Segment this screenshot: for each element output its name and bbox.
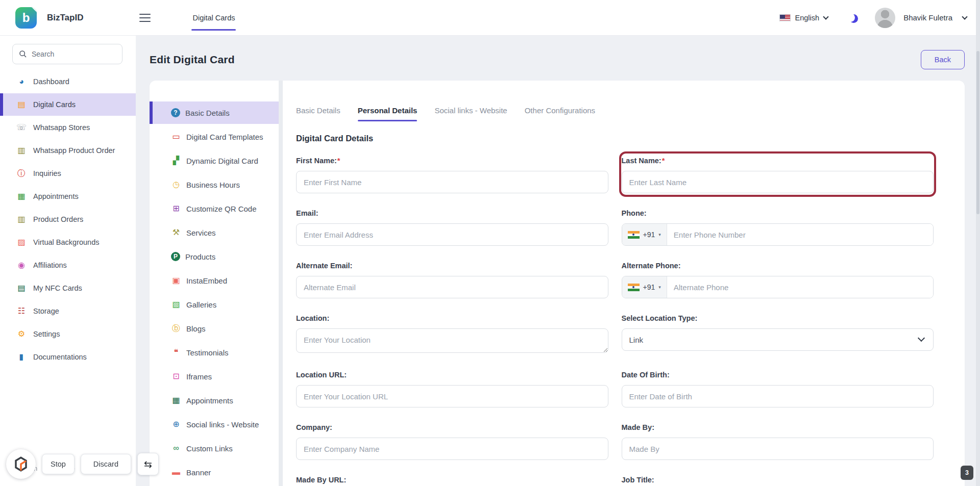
page-scrollbar-thumb[interactable] (976, 51, 979, 214)
company-input[interactable] (296, 438, 608, 460)
sidebar-item-product-orders[interactable]: ▥Product Orders (0, 208, 136, 231)
sidebar-item-appointments[interactable]: ▦Appointments (0, 185, 136, 208)
sidebar-item-whatsapp-product-order[interactable]: ▥Whatsapp Product Order (0, 139, 136, 162)
sidebar-item-documentations[interactable]: ▮Documentations (0, 346, 136, 368)
card-nav-item-label: Testimonials (186, 348, 229, 357)
field-made-by-url: Made By URL: (296, 476, 608, 486)
india-flag-icon (628, 231, 640, 239)
card-nav-item-customize-qr-code[interactable]: ⊞Customize QR Code (150, 197, 279, 220)
avatar[interactable] (875, 8, 895, 28)
stop-button[interactable]: Stop (42, 454, 75, 474)
card-nav-item-blogs[interactable]: ⓑBlogs (150, 317, 279, 340)
sidebar-item-label: Documentations (33, 353, 87, 361)
card-nav-item-label: Products (185, 252, 215, 261)
hamburger-icon[interactable] (139, 14, 151, 22)
card-nav-item-digital-card-templates[interactable]: ▭Digital Card Templates (150, 125, 279, 148)
made-by-input[interactable] (622, 438, 934, 460)
phone-input[interactable] (667, 224, 933, 245)
card-nav-item-label: Custom Links (186, 444, 233, 453)
page-scrollbar[interactable] (976, 0, 980, 486)
card-nav-item-dynamic-digital-card[interactable]: ▞Dynamic Digital Card (150, 149, 279, 172)
sidebar-item-settings[interactable]: ⚙Settings (0, 323, 136, 345)
tab-personal-details[interactable]: Personal Details (358, 106, 418, 120)
field-job-title: Job Title: (622, 476, 934, 486)
field-last-name: Last Name:* (622, 157, 934, 193)
chevron-down-icon (823, 14, 828, 19)
email-input[interactable] (296, 223, 608, 246)
caret-down-icon: ▾ (658, 285, 661, 290)
clock-icon: ◷ (171, 181, 181, 189)
country-code-select[interactable]: +91▾ (622, 276, 667, 298)
sidebar-item-label: My NFC Cards (33, 284, 82, 292)
sidebar-item-label: Whatsapp Stores (33, 123, 90, 132)
dark-mode-toggle[interactable] (845, 11, 859, 24)
sidebar-item-my-nfc-cards[interactable]: ▤My NFC Cards (0, 277, 136, 299)
globe-icon: ⊕ (171, 420, 181, 428)
tab-basic-details[interactable]: Basic Details (296, 106, 340, 120)
sidebar-search[interactable] (12, 44, 122, 64)
sidebar-item-virtual-backgrounds[interactable]: ▨Virtual Backgrounds (0, 231, 136, 253)
tab-social-links-website[interactable]: Social links - Website (434, 106, 507, 120)
sidebar-item-affiliations[interactable]: ◉Affiliations (0, 254, 136, 276)
card-nav-item-appointments[interactable]: ▦Appointments (150, 389, 279, 412)
back-button[interactable]: Back (921, 50, 965, 69)
sidebar-item-label: Virtual Backgrounds (33, 238, 100, 246)
instagram-icon: ▣ (171, 276, 181, 285)
country-code-select[interactable]: +91▾ (622, 224, 667, 245)
header-tab-digital-cards[interactable]: Digital Cards (192, 14, 235, 22)
whatsapp-icon: ☏ (16, 123, 27, 132)
card-nav-item-label: Banner (186, 468, 211, 477)
date-of-birth-input[interactable] (622, 385, 934, 407)
location-url-input[interactable] (296, 385, 608, 407)
sidebar-item-label: Storage (33, 307, 59, 315)
discard-button[interactable]: Discard (81, 454, 131, 474)
field-location-url: Location URL: (296, 371, 608, 407)
language-selector[interactable]: English (779, 14, 828, 22)
card-nav-item-banner[interactable]: ▬Banner (150, 461, 279, 483)
field-label: Made By: (622, 423, 934, 431)
card-nav-item-testimonials[interactable]: ❝Testimonials (150, 341, 279, 364)
sidebar-item-whatsapp-stores[interactable]: ☏Whatsapp Stores (0, 116, 136, 139)
swap-icon[interactable]: ⇆ (137, 453, 159, 475)
card-nav-item-services[interactable]: ⚒Services (150, 221, 279, 244)
sidebar-item-storage[interactable]: ☷Storage (0, 300, 136, 322)
card-icon: ▤ (16, 100, 27, 109)
blog-icon: ⓑ (171, 324, 181, 332)
card-nav-item-business-hours[interactable]: ◷Business Hours (150, 173, 279, 196)
language-label: English (795, 14, 820, 22)
card-nav-item-social-links-website[interactable]: ⊕Social links - Website (150, 413, 279, 436)
field-label: Job Title: (622, 476, 934, 484)
card-nav-item-instaembed[interactable]: ▣InstaEmbed (150, 269, 279, 292)
chevron-down-icon[interactable] (962, 14, 967, 19)
field-date-of-birth: Date Of Birth: (622, 371, 934, 407)
card-nav-item-custom-links[interactable]: ∞Custom Links (150, 437, 279, 459)
field-label: First Name:* (296, 157, 608, 165)
search-input[interactable] (32, 50, 103, 58)
last-name-input[interactable] (622, 171, 934, 193)
select-location-type-select[interactable]: Link (622, 328, 934, 351)
required-asterisk: * (337, 157, 340, 165)
book-icon: ▮ (16, 353, 27, 361)
field-phone: Phone:+91▾ (622, 209, 934, 246)
sidebar-item-digital-cards[interactable]: ▤Digital Cards (0, 93, 136, 116)
extension-logo-button[interactable] (6, 449, 36, 479)
sidebar-item-dashboard[interactable]: ◕Dashboard (0, 70, 136, 93)
card-nav: ?Basic Details▭Digital Card Templates▞Dy… (150, 81, 279, 486)
alternate-phone-input[interactable] (667, 276, 933, 298)
location-textarea[interactable] (296, 328, 608, 353)
card-nav-item-iframes[interactable]: ⊡Iframes (150, 365, 279, 388)
field-label: Location URL: (296, 371, 608, 379)
card-nav-scrollbar[interactable] (279, 81, 283, 486)
tab-other-configurations[interactable]: Other Configurations (525, 106, 595, 120)
alternate-email-input[interactable] (296, 276, 608, 298)
sidebar-item-inquiries[interactable]: ⓘInquiries (0, 162, 136, 185)
card-nav-item-galleries[interactable]: ▧Galleries (150, 293, 279, 316)
card-nav-item-basic-details[interactable]: ?Basic Details (150, 101, 279, 124)
card-nav-item-label: Digital Card Templates (186, 133, 263, 141)
card-content: Basic DetailsPersonal DetailsSocial link… (279, 81, 965, 486)
first-name-input[interactable] (296, 171, 608, 193)
nfc-card-icon: ▤ (16, 284, 27, 292)
card-nav-item-products[interactable]: PProducts (150, 245, 279, 268)
sidebar-item-label: Whatsapp Product Order (33, 146, 115, 155)
field-label: Location: (296, 314, 608, 322)
